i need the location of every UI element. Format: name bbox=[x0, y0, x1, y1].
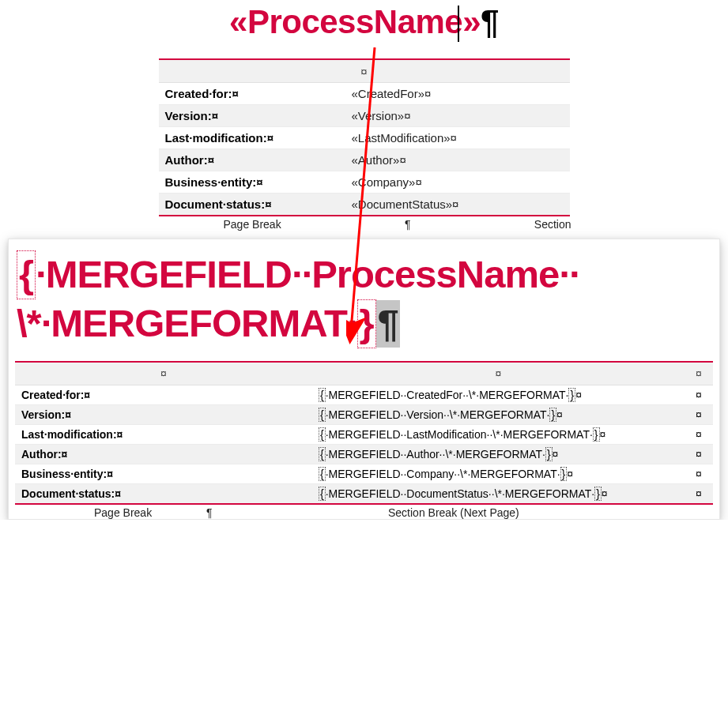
label-cell: Document·status:¤ bbox=[15, 483, 312, 504]
title-text: «ProcessName» bbox=[229, 3, 481, 40]
label-cell: Author:¤ bbox=[15, 444, 312, 464]
code-cell: {·MERGEFIELD··DocumentStatus··\*·MERGEFO… bbox=[312, 483, 685, 504]
field-code-small: {·MERGEFIELD··LastModification··\*·MERGE… bbox=[319, 428, 605, 441]
mergefield-title-top: «ProcessName»¶ bbox=[159, 3, 570, 41]
table-row: Author:¤ {·MERGEFIELD··Author··\*·MERGEF… bbox=[15, 444, 713, 464]
breaks-row-top: Page Break ¶ Section bbox=[159, 216, 573, 231]
table-header-mark: ¤ bbox=[15, 362, 312, 385]
table-row: Business·entity:¤ {·MERGEFIELD··Company·… bbox=[15, 464, 713, 483]
breaks-row-bottom: Page Break ¶ Section Break (Next Page) bbox=[15, 505, 716, 519]
value-cell: «Version»¤ bbox=[345, 105, 570, 127]
table-row: Version:¤ {·MERGEFIELD··Version··\*·MERG… bbox=[15, 404, 713, 424]
field-code-line1-text: ·MERGEFIELD··ProcessName·· bbox=[36, 253, 579, 295]
table-row: Version:¤ «Version»¤ bbox=[159, 105, 570, 127]
field-code-small: {·MERGEFIELD··CreatedFor··\*·MERGEFORMAT… bbox=[319, 389, 582, 401]
code-cell: {·MERGEFIELD··Company··\*·MERGEFORMAT·}¤ bbox=[312, 464, 685, 483]
table-row: Last·modification:¤ «LastModification»¤ bbox=[159, 127, 570, 149]
metadata-table-bottom: ¤ ¤ ¤ Created·for:¤ {·MERGEFIELD··Create… bbox=[15, 361, 713, 505]
row-end-mark: ¤ bbox=[685, 444, 713, 464]
table-row: Document·status:¤ {·MERGEFIELD··Document… bbox=[15, 483, 713, 504]
table-row: Last·modification:¤ {·MERGEFIELD··LastMo… bbox=[15, 424, 713, 444]
row-end-mark: ¤ bbox=[685, 385, 713, 404]
pilcrow-icon: ¶ bbox=[481, 3, 499, 40]
page-break-label: Page Break bbox=[224, 218, 281, 231]
mergefield-code-large: {·MERGEFIELD··ProcessName·· \*·MERGEFORM… bbox=[15, 250, 713, 348]
label-cell: Version:¤ bbox=[159, 105, 345, 127]
field-open-brace: { bbox=[17, 250, 36, 299]
table-header-mark: ¤ bbox=[312, 362, 685, 385]
field-close-brace: } bbox=[357, 299, 376, 348]
field-code-small: {·MERGEFIELD··Version··\*·MERGEFORMAT·}¤ bbox=[319, 408, 563, 421]
label-cell: Business·entity:¤ bbox=[15, 464, 312, 483]
value-cell: «CreatedFor»¤ bbox=[345, 83, 570, 105]
top-document-view: «ProcessName»¶ ¤ Created·for:¤ «CreatedF… bbox=[159, 3, 570, 231]
label-cell: Last·modification:¤ bbox=[15, 424, 312, 444]
pilcrow-icon: ¶ bbox=[206, 506, 238, 519]
field-code-small: {·MERGEFIELD··Author··\*·MERGEFORMAT·}¤ bbox=[319, 448, 558, 461]
row-end-mark: ¤ bbox=[685, 464, 713, 483]
table-row: Created·for:¤ «CreatedFor»¤ bbox=[159, 83, 570, 105]
page-break-label: Page Break bbox=[17, 506, 206, 519]
bottom-fieldcode-view: {·MERGEFIELD··ProcessName·· \*·MERGEFORM… bbox=[8, 239, 720, 520]
code-cell: {·MERGEFIELD··Version··\*·MERGEFORMAT·}¤ bbox=[312, 404, 685, 424]
pilcrow-icon: ¶ bbox=[378, 302, 398, 344]
field-code-small: {·MERGEFIELD··Company··\*·MERGEFORMAT·}¤ bbox=[319, 468, 573, 480]
selection-highlight: ¶ bbox=[376, 300, 400, 348]
table-header-mark: ¤ bbox=[685, 362, 713, 385]
row-end-mark: ¤ bbox=[685, 424, 713, 444]
label-cell: Author:¤ bbox=[159, 149, 345, 171]
metadata-table-top: ¤ Created·for:¤ «CreatedFor»¤ Version:¤ … bbox=[159, 58, 570, 216]
row-end-mark: ¤ bbox=[685, 404, 713, 424]
code-cell: {·MERGEFIELD··Author··\*·MERGEFORMAT·}¤ bbox=[312, 444, 685, 464]
label-cell: Business·entity:¤ bbox=[159, 171, 345, 194]
section-break-label: Section Break (Next Page) bbox=[238, 506, 715, 519]
value-cell: «Author»¤ bbox=[345, 149, 570, 171]
pilcrow-icon: ¶ bbox=[281, 218, 534, 231]
label-cell: Last·modification:¤ bbox=[159, 127, 345, 149]
code-cell: {·MERGEFIELD··LastModification··\*·MERGE… bbox=[312, 424, 685, 444]
section-break-label-partial: Section bbox=[534, 218, 571, 231]
label-cell: Created·for:¤ bbox=[15, 385, 312, 404]
label-cell: Created·for:¤ bbox=[159, 83, 345, 105]
label-cell: Document·status:¤ bbox=[159, 194, 345, 216]
table-header-mark: ¤ bbox=[159, 59, 570, 83]
table-row: Document·status:¤ «DocumentStatus»¤ bbox=[159, 194, 570, 216]
label-cell: Version:¤ bbox=[15, 404, 312, 424]
value-cell: «DocumentStatus»¤ bbox=[345, 194, 570, 216]
table-row: Business·entity:¤ «Company»¤ bbox=[159, 171, 570, 194]
value-cell: «Company»¤ bbox=[345, 171, 570, 194]
value-cell: «LastModification»¤ bbox=[345, 127, 570, 149]
code-cell: {·MERGEFIELD··CreatedFor··\*·MERGEFORMAT… bbox=[312, 385, 685, 404]
field-code-line2-a: \*·MERGEFORMAT· bbox=[17, 302, 357, 344]
field-code-small: {·MERGEFIELD··DocumentStatus··\*·MERGEFO… bbox=[319, 487, 608, 500]
table-row: Author:¤ «Author»¤ bbox=[159, 149, 570, 171]
row-end-mark: ¤ bbox=[685, 483, 713, 504]
table-row: Created·for:¤ {·MERGEFIELD··CreatedFor··… bbox=[15, 385, 713, 404]
text-cursor bbox=[458, 6, 459, 42]
